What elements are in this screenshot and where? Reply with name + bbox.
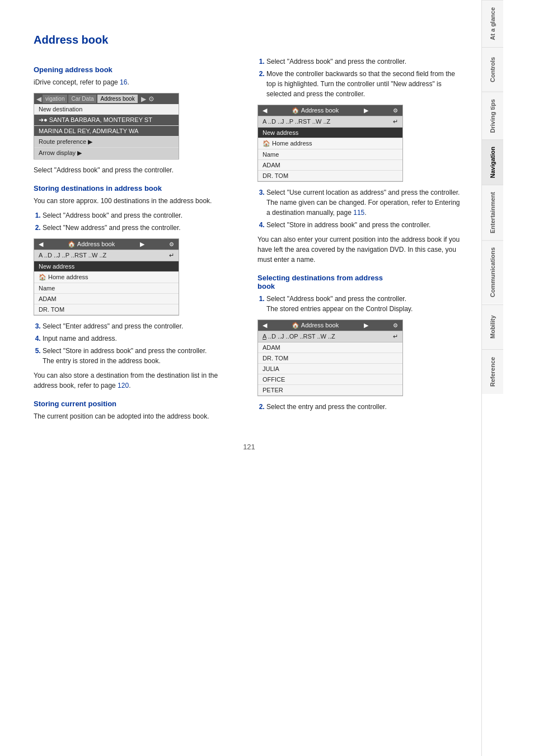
ab-header-icon-3: ⚙ [393,322,398,328]
page-number: 121 [34,443,465,451]
ab-alphabet-1: A ..D ..J ..P ..RST ..W ..Z ↵ [34,250,179,261]
ab-header-right-arrow-3: ▶ [364,322,368,329]
ab-row-adam-2: ADAM [258,160,402,171]
nav-row-santa-barbara: ➜● SANTA BARBARA, MONTERREY ST [34,115,179,126]
ab-header-title-1: 🏠 Address book [68,241,115,248]
ab-alphabet-2: A ..D ..J ..P ..RST ..W ..Z ↵ [258,116,402,128]
right-step-2: Move the controller backwards so that th… [266,69,465,99]
select-address-book-text: Select "Address book" and press the cont… [34,165,241,175]
address-book-screen-1: ◀ 🏠 Address book ▶ ⚙ A ..D ..J ..P ..RST… [34,238,179,316]
ab-row-drtom-2: DR. TOM [258,171,402,181]
right-column: Select "Address book" and press the cont… [257,57,465,426]
sidebar-tab-controls[interactable]: Controls [482,47,503,92]
ab-header-right-arrow-2: ▶ [364,107,368,114]
nav-tab-addressbook: Address book [97,95,137,103]
storing-step-1: Select "Address book" and press the cont… [43,210,241,220]
nav-row-arrow: Arrow display ▶ [34,148,179,159]
storing-step-2: Select "New address" and press the contr… [43,223,241,233]
nav-tab-cardata: Car Data [68,95,96,103]
ab-header-left-arrow-3: ◀ [263,322,267,329]
nav-row-marina: MARINA DEL REY, ADMIRALTY WA [34,126,179,137]
storing-step-5: Select "Store in address book" and press… [43,346,241,366]
sidebar-tab-driving-tips[interactable]: Driving tips [482,92,503,140]
left-column: Opening address book iDrive concept, ref… [34,57,241,426]
ab-row-new-address-2: New address [258,128,402,138]
right-step-1: Select "Address book" and press the cont… [266,57,465,67]
storing-step-3: Select "Enter address" and press the con… [43,321,241,331]
right-steps-list-2: Select "Use current location as address"… [266,187,465,230]
ab-row-drtom-1: DR. TOM [34,304,179,315]
ab-row-home-address-1: 🏠 Home address [34,272,179,283]
two-column-layout: Opening address book iDrive concept, ref… [34,57,465,426]
page-115-link[interactable]: 115 [353,209,364,217]
nav-row-new-destination: New destination [34,104,179,115]
ab-header-title-3: 🏠 Address book [292,322,339,329]
nav-icon-extra: ⚙ [148,95,154,103]
main-content: Address book Opening address book iDrive… [0,0,481,756]
sidebar-tab-mobility[interactable]: Mobility [482,304,503,349]
storing-steps-list-2: Select "Enter address" and press the con… [43,321,241,366]
sidebar-tab-reference[interactable]: Reference [482,349,503,394]
ab-alphabet-text-3: A ..D ..J ..OP ..RST ..W ..Z [263,333,335,340]
nav-bar-row: ◀ vigation Car Data Address book ▶ ⚙ [34,93,179,104]
selecting-steps-list-2: Select the entry and press the controlle… [266,402,465,412]
nav-row-route: Route preference ▶ [34,137,179,148]
right-step-4: Select "Store in address book" and press… [266,220,465,230]
sidebar-tab-at-a-glance[interactable]: At a glance [482,0,503,47]
section-heading-selecting: Selecting destinations from addressbook [257,274,465,290]
address-book-screen-3: ◀ 🏠 Address book ▶ ⚙ A ..D ..J ..OP ..RS… [257,320,403,396]
sidebar-tab-communications[interactable]: Communications [482,240,503,304]
ab-header-left-arrow-2: ◀ [263,107,267,114]
ab-screen-header-3: ◀ 🏠 Address book ▶ ⚙ [258,320,402,331]
section-heading-opening: Opening address book [34,65,241,74]
nav-icon-back: ◀ [36,95,41,103]
ab-row-name-2: Name [258,149,402,160]
sidebar-tab-navigation[interactable]: Navigation [482,139,503,185]
right-col-note: You can also enter your current position… [257,234,465,265]
right-steps-list-1: Select "Address book" and press the cont… [266,57,465,99]
storing-steps-list: Select "Address book" and press the cont… [43,210,241,233]
ab-screen-header-2: ◀ 🏠 Address book ▶ ⚙ [258,105,402,116]
section-heading-storing: Storing destinations in address book [34,184,241,192]
ab-row-drtom-3: DR. TOM [258,353,402,364]
ab-alphabet-text-2: A ..D ..J ..P ..RST ..W ..Z [263,118,330,125]
home-icon-2: 🏠 [263,140,270,147]
ab-header-icon: ⚙ [169,241,174,247]
selecting-step-1: Select "Address book" and press the cont… [266,294,465,314]
ab-row-adam-3: ADAM [258,342,402,353]
storing-intro: You can store approx. 100 destinations i… [34,196,241,206]
storing-note: You can also store a destination from th… [34,370,241,391]
right-step-3: Select "Use current location as address"… [266,187,465,218]
ab-row-home-address-2: 🏠 Home address [258,138,402,149]
ab-alphabet-text-1: A ..D ..J ..P ..RST ..W ..Z [39,252,106,259]
ab-enter-icon-1: ↵ [169,252,174,259]
selecting-steps-list: Select "Address book" and press the cont… [266,294,465,314]
ab-header-right-arrow: ▶ [140,241,144,248]
nav-icon-forward: ▶ [141,95,146,103]
ab-row-office-3: OFFICE [258,374,402,385]
ab-header-title-2: 🏠 Address book [292,107,339,114]
ab-enter-icon-2: ↵ [393,118,398,125]
ab-header-icon-2: ⚙ [393,107,398,114]
ab-row-adam-1: ADAM [34,294,179,304]
ab-enter-icon-3: ↵ [393,333,398,340]
ab-row-peter-3: PETER [258,385,402,396]
sidebar-tab-entertainment[interactable]: Entertainment [482,185,503,240]
home-address-label-2: Home address [272,140,312,147]
section-heading-current-position: Storing current position [34,400,241,408]
page-title: Address book [34,34,465,46]
page-120-link[interactable]: 120 [118,382,129,389]
ab-screen-header-1: ◀ 🏠 Address book ▶ ⚙ [34,239,179,250]
ab-row-new-address-1: New address [34,261,179,272]
right-sidebar: At a glance Controls Driving tips Naviga… [481,0,503,756]
page-16-link[interactable]: 16 [120,78,127,86]
ab-alphabet-3: A ..D ..J ..OP ..RST ..W ..Z ↵ [258,331,402,342]
nav-tab-navigation: vigation [43,95,67,103]
address-book-screen-2: ◀ 🏠 Address book ▶ ⚙ A ..D ..J ..P ..RST… [257,105,403,182]
opening-body-text: iDrive concept, refer to page 16. [34,77,241,87]
nav-bar-mockup: ◀ vigation Car Data Address book ▶ ⚙ New… [34,93,179,159]
ab-header-left-arrow: ◀ [39,241,43,248]
current-position-body: The current position can be adopted into… [34,411,241,421]
storing-step-4: Input name and address. [43,334,241,344]
home-address-label-1: Home address [48,274,88,280]
